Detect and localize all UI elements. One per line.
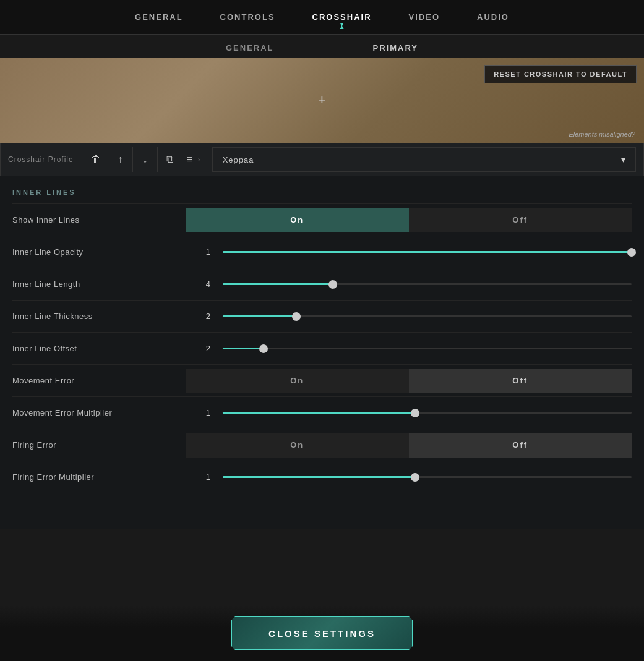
nav-item-controls[interactable]: CONTROLS bbox=[220, 10, 275, 24]
slider-thumb-offset[interactable] bbox=[259, 344, 268, 353]
slider-area-movement-mult: 1 bbox=[186, 408, 632, 417]
upload-profile-button[interactable]: ↑ bbox=[108, 147, 133, 172]
sub-tab-general[interactable]: GENERAL bbox=[226, 43, 274, 53]
label-inner-line-opacity: Inner Line Opacity bbox=[12, 247, 186, 257]
slider-area-length: 4 bbox=[186, 279, 632, 289]
toggle-movement-error: On Off bbox=[186, 369, 632, 393]
toggle-off-firing-error[interactable]: Off bbox=[409, 433, 632, 458]
slider-area-offset: 2 bbox=[186, 344, 632, 353]
label-inner-line-offset: Inner Line Offset bbox=[12, 344, 186, 353]
slider-track-opacity[interactable] bbox=[223, 251, 632, 253]
slider-fill-length bbox=[223, 283, 333, 285]
reset-crosshair-button[interactable]: RESET CROSSHAIR TO DEFAULT bbox=[484, 65, 637, 83]
slider-fill-firing-mult bbox=[223, 476, 415, 478]
row-inner-line-thickness: Inner Line Thickness 2 bbox=[12, 300, 632, 332]
slider-area-thickness: 2 bbox=[186, 312, 632, 321]
close-button-area: CLOSE SETTINGS bbox=[0, 605, 644, 661]
crosshair-preview: + RESET CROSSHAIR TO DEFAULT Elements mi… bbox=[0, 58, 644, 143]
profile-label: Crosshair Profile bbox=[8, 155, 74, 164]
profile-icon-buttons: 🗑 ↑ ↓ ⧉ ≡→ bbox=[84, 147, 207, 172]
nav-item-crosshair[interactable]: CROSSHAIR bbox=[312, 10, 372, 24]
value-inner-line-offset: 2 bbox=[186, 344, 210, 353]
slider-thumb-thickness[interactable] bbox=[292, 312, 301, 321]
label-firing-error: Firing Error bbox=[12, 440, 186, 450]
value-firing-error-multiplier: 1 bbox=[186, 472, 210, 482]
slider-thumb-firing-mult[interactable] bbox=[411, 473, 419, 482]
top-nav: GENERAL CONTROLS CROSSHAIR VIDEO AUDIO bbox=[0, 0, 644, 35]
slider-fill-opacity bbox=[223, 251, 632, 253]
toggle-off-show-inner-lines[interactable]: Off bbox=[409, 208, 632, 232]
label-inner-line-thickness: Inner Line Thickness bbox=[12, 312, 186, 321]
profile-bar: Crosshair Profile 🗑 ↑ ↓ ⧉ ≡→ Xeppaa ▾ bbox=[0, 143, 644, 176]
profile-dropdown[interactable]: Xeppaa ▾ bbox=[212, 147, 636, 172]
inner-lines-section-title: INNER LINES bbox=[12, 189, 632, 196]
value-inner-line-opacity: 1 bbox=[186, 247, 210, 257]
slider-track-offset[interactable] bbox=[223, 348, 632, 349]
slider-track-length[interactable] bbox=[223, 283, 632, 285]
label-movement-error-multiplier: Movement Error Multiplier bbox=[12, 408, 186, 417]
nav-items: GENERAL CONTROLS CROSSHAIR VIDEO AUDIO bbox=[135, 10, 509, 24]
row-inner-line-opacity: Inner Line Opacity 1 bbox=[12, 236, 632, 268]
misaligned-notice: Elements misaligned? bbox=[569, 130, 635, 138]
row-show-inner-lines: Show Inner Lines On Off bbox=[12, 203, 632, 236]
slider-fill-offset bbox=[223, 348, 264, 349]
label-show-inner-lines: Show Inner Lines bbox=[12, 215, 186, 224]
value-movement-error-multiplier: 1 bbox=[186, 408, 210, 417]
crosshair-symbol: + bbox=[318, 92, 326, 108]
copy-profile-button[interactable]: ⧉ bbox=[158, 147, 182, 172]
slider-thumb-opacity[interactable] bbox=[627, 248, 636, 257]
nav-item-general[interactable]: GENERAL bbox=[135, 10, 183, 24]
row-firing-error-multiplier: Firing Error Multiplier 1 bbox=[12, 461, 632, 493]
settings-content: INNER LINES Show Inner Lines On Off Inne… bbox=[0, 176, 644, 529]
profile-selected-name: Xeppaa bbox=[223, 155, 254, 164]
nav-item-video[interactable]: VIDEO bbox=[409, 10, 440, 24]
sub-tabs: GENERAL PRIMARY bbox=[0, 35, 644, 53]
slider-track-firing-mult[interactable] bbox=[223, 476, 632, 478]
label-inner-line-length: Inner Line Length bbox=[12, 279, 186, 289]
slider-track-thickness[interactable] bbox=[223, 315, 632, 317]
slider-area-firing-mult: 1 bbox=[186, 472, 632, 482]
sub-tab-primary[interactable]: PRIMARY bbox=[373, 43, 418, 53]
toggle-on-firing-error[interactable]: On bbox=[186, 433, 409, 458]
toggle-on-show-inner-lines[interactable]: On bbox=[186, 208, 409, 232]
slider-area-opacity: 1 bbox=[186, 247, 632, 257]
row-inner-line-offset: Inner Line Offset 2 bbox=[12, 332, 632, 364]
value-inner-line-thickness: 2 bbox=[186, 312, 210, 321]
close-settings-button[interactable]: CLOSE SETTINGS bbox=[231, 616, 413, 650]
active-nav-indicator bbox=[340, 23, 344, 27]
row-firing-error: Firing Error On Off bbox=[12, 429, 632, 461]
label-firing-error-multiplier: Firing Error Multiplier bbox=[12, 472, 186, 482]
dropdown-arrow-icon: ▾ bbox=[621, 155, 625, 164]
slider-thumb-movement-mult[interactable] bbox=[411, 409, 419, 417]
value-inner-line-length: 4 bbox=[186, 279, 210, 289]
slider-track-movement-mult[interactable] bbox=[223, 412, 632, 414]
toggle-firing-error: On Off bbox=[186, 433, 632, 458]
toggle-off-movement-error[interactable]: Off bbox=[409, 369, 632, 393]
import-profile-button[interactable]: ≡→ bbox=[182, 147, 207, 172]
row-movement-error: Movement Error On Off bbox=[12, 364, 632, 396]
slider-fill-movement-mult bbox=[223, 412, 415, 414]
slider-fill-thickness bbox=[223, 315, 296, 317]
row-movement-error-multiplier: Movement Error Multiplier 1 bbox=[12, 396, 632, 429]
toggle-show-inner-lines: On Off bbox=[186, 208, 632, 232]
download-profile-button[interactable]: ↓ bbox=[133, 147, 158, 172]
label-movement-error: Movement Error bbox=[12, 376, 186, 385]
slider-thumb-length[interactable] bbox=[328, 280, 337, 289]
row-inner-line-length: Inner Line Length 4 bbox=[12, 268, 632, 300]
delete-profile-button[interactable]: 🗑 bbox=[84, 147, 108, 172]
nav-item-audio[interactable]: AUDIO bbox=[477, 10, 509, 24]
toggle-on-movement-error[interactable]: On bbox=[186, 369, 409, 393]
